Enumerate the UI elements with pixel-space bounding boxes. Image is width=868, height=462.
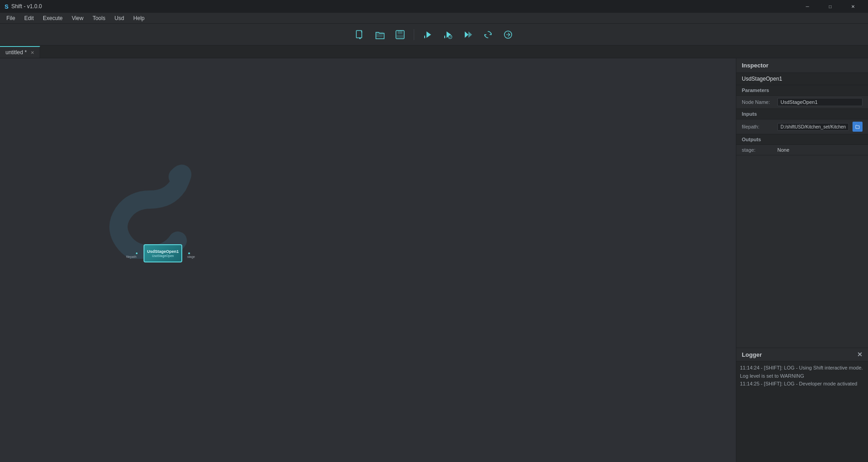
new-file-button[interactable] [352, 26, 368, 43]
tab-bar: untitled * ✕ [0, 46, 868, 58]
menu-view[interactable]: View [67, 14, 88, 22]
param-node-name-row: Node Name: [736, 96, 868, 109]
port-label-stage: stage [187, 255, 195, 258]
menu-edit[interactable]: Edit [20, 14, 38, 22]
log-message-2: 11:14:25 - [SHIFT]: LOG - Developer mode… [740, 380, 864, 388]
sync-button[interactable] [500, 26, 516, 43]
logger-close-button[interactable]: ✕ [857, 351, 863, 358]
node-body[interactable]: UsdStageOpen1 UsdStageOpen [144, 244, 182, 262]
inspector: Inspector UsdStageOpen1 Parameters Node … [736, 58, 868, 348]
menu-tools[interactable]: Tools [88, 14, 110, 22]
parameters-section-header: Parameters [736, 85, 868, 96]
port-left [135, 252, 138, 255]
param-filepath-label: filepath: [742, 124, 774, 129]
canvas-area[interactable]: filepath UsdStageOpen1 UsdStageOpen stag… [0, 58, 736, 462]
tab-untitled[interactable]: untitled * ✕ [0, 46, 40, 58]
title-text: Shift - v1.0.0 [11, 3, 42, 10]
toolbar [0, 24, 868, 46]
window-controls[interactable]: ─ □ ✕ [797, 0, 863, 13]
menu-execute[interactable]: Execute [38, 14, 67, 22]
canvas-watermark [105, 159, 196, 259]
menu-file[interactable]: File [2, 14, 20, 22]
svg-rect-5 [397, 35, 403, 38]
execute-button[interactable] [420, 26, 436, 43]
port-label-filepath: filepath [126, 255, 137, 258]
param-filepath-input[interactable] [777, 123, 849, 131]
node-subtitle: UsdStageOpen [152, 254, 174, 257]
toolbar-separator-1 [414, 29, 414, 40]
node-title: UsdStageOpen1 [147, 249, 179, 254]
logger-content: 11:14:24 - [SHIFT]: LOG - Using Shift in… [736, 361, 868, 462]
logger: Logger ✕ 11:14:24 - [SHIFT]: LOG - Using… [736, 348, 868, 462]
close-button[interactable]: ✕ [842, 0, 863, 13]
port-dot-right [188, 252, 190, 255]
param-filepath-row: filepath: [736, 119, 868, 134]
logger-header: Logger ✕ [736, 348, 868, 361]
maximize-button[interactable]: □ [820, 0, 841, 13]
menu-help[interactable]: Help [129, 14, 149, 22]
execute-all-button[interactable] [460, 26, 476, 43]
refresh-button[interactable] [480, 26, 496, 43]
save-file-button[interactable] [392, 26, 408, 43]
param-node-name-label: Node Name: [742, 99, 774, 105]
inspector-header: Inspector [736, 58, 868, 73]
log-message-1: 11:14:24 - [SHIFT]: LOG - Using Shift in… [740, 364, 864, 380]
title-bar: S Shift - v1.0.0 ─ □ ✕ [0, 0, 868, 13]
tab-close-button[interactable]: ✕ [31, 50, 34, 55]
execute-selected-button[interactable] [440, 26, 456, 43]
param-node-name-input[interactable] [777, 98, 863, 106]
node-usdstageopen1[interactable]: filepath UsdStageOpen1 UsdStageOpen stag… [144, 244, 182, 262]
port-right [188, 252, 190, 255]
title-bar-left: S Shift - v1.0.0 [5, 3, 42, 10]
tab-label: untitled * [5, 49, 27, 56]
right-panel: Inspector UsdStageOpen1 Parameters Node … [736, 58, 868, 462]
app-icon: S [5, 3, 9, 10]
menu-bar: File Edit Execute View Tools Usd Help [0, 13, 868, 24]
inspector-node-name: UsdStageOpen1 [736, 73, 868, 85]
filepath-browse-button[interactable] [853, 122, 863, 132]
svg-rect-4 [398, 31, 402, 34]
param-stage-row: stage: None [736, 145, 868, 155]
param-stage-label: stage: [742, 147, 774, 153]
port-dot-left [135, 252, 138, 255]
open-file-button[interactable] [372, 26, 388, 43]
inputs-section-header: Inputs [736, 109, 868, 119]
minimize-button[interactable]: ─ [797, 0, 818, 13]
param-stage-value: None [777, 147, 863, 153]
main-layout: filepath UsdStageOpen1 UsdStageOpen stag… [0, 58, 868, 462]
outputs-section-header: Outputs [736, 134, 868, 145]
menu-usd[interactable]: Usd [110, 14, 128, 22]
logger-title: Logger [742, 351, 762, 358]
